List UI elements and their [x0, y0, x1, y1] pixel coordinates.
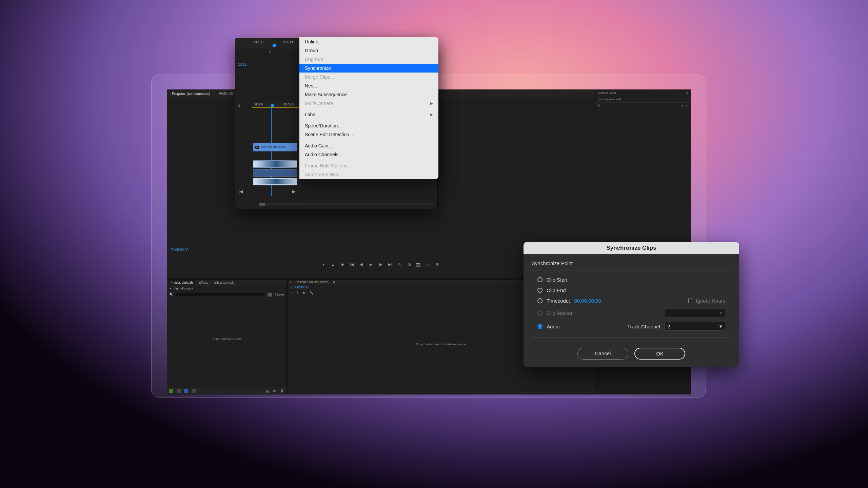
- menu-item-nest[interactable]: Nest...: [299, 81, 438, 90]
- playhead-marker-icon[interactable]: [273, 44, 276, 47]
- menu-item-label: Synchronize: [305, 65, 331, 71]
- tab-project[interactable]: Project: dfghgdh: [169, 280, 195, 285]
- menu-separator: [302, 109, 436, 109]
- sync-point-group: Clip Start Clip End Timecode: 00:00:00:0…: [532, 270, 731, 338]
- wrench-icon[interactable]: 🔧: [309, 291, 313, 294]
- menu-item-synchronize[interactable]: Synchronize: [299, 64, 438, 73]
- audio-clip-3[interactable]: [253, 178, 297, 185]
- search-icon: 🔍: [169, 292, 174, 297]
- radio-clip-end[interactable]: [537, 288, 542, 293]
- linked-sel-icon[interactable]: ⌇: [297, 291, 298, 294]
- timeline-menu-icon[interactable]: ×: [290, 280, 292, 284]
- menu-item-label: Scene Edit Detection...: [305, 132, 353, 137]
- label-clip-end: Clip End: [547, 287, 566, 293]
- play-icon[interactable]: ▶: [369, 262, 373, 267]
- new-bin-icon[interactable]: [268, 293, 272, 297]
- project-panel: Project: dfghgdh Effects Effect Controls…: [167, 279, 287, 394]
- checkbox-ignore-hours[interactable]: [688, 299, 693, 303]
- menu-item-label: Audio Channels...: [305, 152, 342, 157]
- project-search-input[interactable]: [176, 292, 265, 297]
- timeline-title[interactable]: Timeline: (no sequences): [295, 280, 330, 284]
- timecode-value[interactable]: 00:00:00:00: [574, 298, 601, 304]
- skip-end-icon[interactable]: ▶|: [292, 189, 296, 194]
- snap-icon[interactable]: ⌐: [291, 291, 293, 294]
- reset-icon[interactable]: ↺: [685, 104, 688, 107]
- add-marker-icon[interactable]: ◆: [340, 262, 345, 267]
- lift-icon[interactable]: ⇱: [397, 262, 402, 267]
- menu-item-audio-gain[interactable]: Audio Gain...: [299, 141, 438, 150]
- timeline-scrollbar[interactable]: [259, 203, 434, 205]
- ruler-tick: 00:01:0: [283, 103, 294, 106]
- tab-effect-controls[interactable]: Effect Controls: [212, 280, 236, 285]
- menu-item-label: Make Subsequence: [305, 92, 347, 97]
- menu-item-scene-edit-detection[interactable]: Scene Edit Detection...: [299, 130, 438, 139]
- program-timecode: 00:00:00:00: [171, 248, 189, 252]
- ok-button[interactable]: OK: [634, 348, 685, 360]
- audio-clip-2[interactable]: [253, 169, 297, 177]
- menu-item-speed-duration[interactable]: Speed/Duration...: [299, 121, 438, 130]
- playhead-marker-icon[interactable]: [271, 104, 274, 107]
- menu-item-label: Unlink: [305, 39, 318, 44]
- label-clip-start: Clip Start: [547, 277, 568, 283]
- list-view-icon[interactable]: [169, 389, 173, 393]
- tab-effects[interactable]: Effects: [197, 280, 210, 285]
- new-bin-icon-2[interactable]: ▭: [273, 389, 277, 393]
- menu-separator: [302, 140, 436, 140]
- panel-menu-icon[interactable]: ≡: [686, 91, 688, 95]
- radio-audio[interactable]: [537, 324, 542, 329]
- radio-timecode[interactable]: [537, 298, 542, 303]
- tab-program[interactable]: Program: (no sequences): [169, 90, 213, 97]
- track-channel-value: 2: [667, 324, 670, 329]
- skip-start-icon[interactable]: |◀: [239, 189, 243, 194]
- extract-icon[interactable]: ⇲: [407, 262, 411, 267]
- dialog-title: Synchronize Clips: [524, 242, 739, 254]
- icon-view-icon[interactable]: [177, 389, 181, 393]
- mark-in-icon[interactable]: ▾: [321, 262, 326, 267]
- freeform-view-icon[interactable]: [184, 389, 188, 393]
- go-out-icon[interactable]: ▶|: [388, 262, 392, 267]
- radio-clip-start[interactable]: [537, 277, 542, 282]
- zoom-slider[interactable]: [192, 389, 196, 393]
- audio-clip-1[interactable]: [253, 160, 297, 168]
- overlay-timecode: 13:16: [238, 63, 246, 66]
- synchronize-clips-dialog: Synchronize Clips Synchronize Point Clip…: [524, 242, 739, 367]
- project-bin-name[interactable]: dfghgdh.prproj: [174, 287, 193, 290]
- submenu-arrow-icon: ▶: [430, 112, 433, 117]
- cancel-button[interactable]: Cancel: [577, 348, 628, 360]
- chevron-down-icon[interactable]: ▾: [682, 104, 684, 107]
- trash-icon[interactable]: 🗑: [280, 389, 284, 393]
- go-in-icon[interactable]: |◀: [350, 262, 354, 267]
- step-fwd-icon[interactable]: |▶: [378, 262, 383, 267]
- clip-marker-select: ▾: [664, 308, 725, 317]
- menu-item-label[interactable]: Label▶: [299, 110, 438, 119]
- clip-context-menu: UnlinkGroupUngroupSynchronizeMerge Clips…: [299, 37, 438, 179]
- menu-item-label: Multi-Camera: [305, 101, 333, 106]
- marker-icon[interactable]: ◆: [302, 291, 305, 294]
- scrub-handle-icon[interactable]: [269, 50, 271, 53]
- menu-item-label: Group: [305, 48, 318, 53]
- step-back-icon[interactable]: ◀|: [359, 262, 364, 267]
- panel-menu-icon[interactable]: ≡: [333, 280, 335, 284]
- ruler-tick: :00:00: [254, 103, 263, 106]
- video-clip[interactable]: fx Cornerstone video: [253, 143, 297, 151]
- lumetri-title[interactable]: Lumetri Color: [598, 91, 616, 95]
- menu-item-multi-camera: Multi-Camera▶: [299, 99, 438, 108]
- project-footer-tools: ▦ ▭ 🗑: [167, 387, 287, 394]
- chevron-down-icon: ▾: [719, 323, 722, 329]
- ruler-tick: 00:01:0: [283, 40, 294, 44]
- settings-icon[interactable]: ⚙: [435, 262, 440, 267]
- menu-item-audio-channels[interactable]: Audio Channels...: [299, 150, 438, 159]
- ruler-tick: :00:00: [254, 40, 263, 44]
- fx-badge: fx: [255, 146, 259, 149]
- compare-icon[interactable]: ▭: [426, 262, 430, 267]
- menu-item-make-subsequence[interactable]: Make Subsequence: [299, 90, 438, 99]
- clip-label: Cornerstone video: [261, 145, 286, 149]
- lumetri-fx: fx: [598, 104, 600, 107]
- new-item-icon[interactable]: ▦: [265, 389, 270, 393]
- mark-out-icon[interactable]: ▴: [331, 262, 335, 267]
- export-frame-icon[interactable]: 📷: [416, 262, 421, 267]
- menu-item-group[interactable]: Group: [299, 46, 438, 55]
- menu-item-label: Label: [305, 112, 316, 117]
- track-channel-select[interactable]: 2 ▾: [664, 322, 725, 331]
- menu-item-unlink[interactable]: Unlink: [299, 37, 438, 46]
